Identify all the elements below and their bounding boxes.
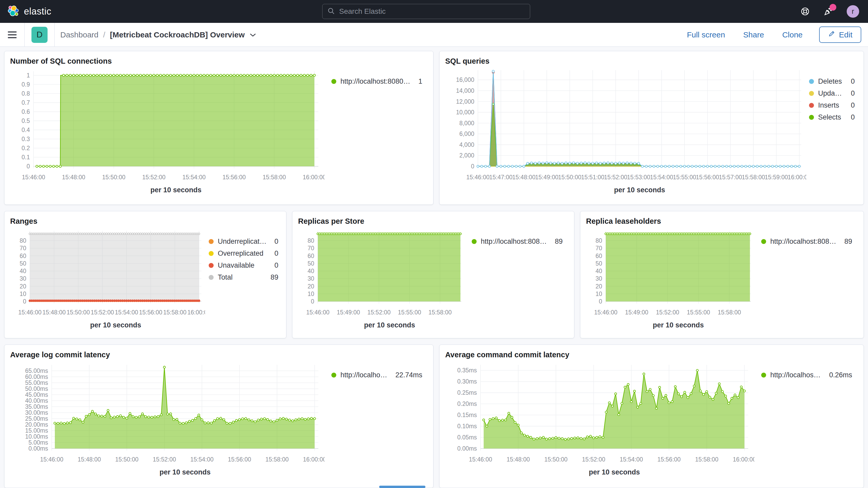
svg-text:25.00ms: 25.00ms [25, 415, 48, 422]
legend-series-dot [472, 239, 476, 244]
legend-item[interactable]: Overreplicated0 [209, 249, 278, 257]
legend-series-value: 0 [848, 78, 855, 86]
pencil-icon [828, 30, 835, 39]
legend-item[interactable]: Underreplicated0 [209, 238, 278, 246]
legend-series-label: http://localhost:8080/_stat... [340, 78, 411, 86]
legend-series-value: 0 [271, 249, 278, 257]
chart-log-commit-latency[interactable]: 15:46:0015:48:0015:50:0015:52:0015:54:00… [7, 361, 324, 481]
legend-series-dot [809, 91, 814, 96]
svg-text:0: 0 [311, 298, 314, 305]
chart-sql-connections[interactable]: 15:46:0015:48:0015:50:0015:52:0015:54:00… [7, 67, 324, 199]
legend-series-label: Overreplicated [218, 249, 264, 257]
panel-title: Average log commit latency [4, 345, 433, 361]
panel-sql-queries: SQL queries 15:46:0015:47:0015:48:0015:4… [439, 51, 864, 205]
legend-item[interactable]: Inserts0 [809, 101, 855, 110]
legend-item[interactable]: http://localhost:8080...0.26ms [761, 371, 852, 379]
svg-text:per 10 seconds: per 10 seconds [589, 468, 640, 476]
svg-text:2,000: 2,000 [459, 152, 474, 159]
svg-text:0.9: 0.9 [22, 81, 30, 88]
svg-text:65.00ms: 65.00ms [25, 367, 48, 374]
svg-text:15:52:00: 15:52:00 [656, 309, 679, 316]
svg-text:0: 0 [471, 163, 474, 170]
elastic-brand[interactable]: elastic [0, 5, 322, 18]
chevron-down-icon[interactable] [249, 30, 256, 39]
panel-title: Replica leaseholders [580, 211, 864, 227]
svg-text:15:49:00: 15:49:00 [625, 309, 648, 316]
legend-item[interactable]: http://localhost:8080/_sta...89 [761, 238, 852, 246]
svg-text:0.4: 0.4 [22, 126, 30, 133]
svg-text:15:52:00: 15:52:00 [582, 456, 605, 463]
legend-item[interactable]: http://localhost:808...22.74ms [331, 371, 422, 379]
search-input[interactable] [339, 7, 525, 16]
legend-item[interactable]: Deletes0 [809, 78, 855, 86]
user-menu-button[interactable]: r [847, 5, 859, 18]
legend-series-label: Updates [818, 89, 844, 97]
svg-text:20: 20 [595, 283, 602, 290]
legend-item[interactable]: Selects0 [809, 113, 855, 121]
legend-series-dot [209, 251, 214, 256]
svg-text:10.00ms: 10.00ms [25, 433, 48, 440]
legend-series-dot [209, 263, 214, 268]
svg-text:15:58:00: 15:58:00 [695, 456, 719, 463]
legend-item[interactable]: http://localhost:8080/_stat...1 [331, 78, 422, 86]
horizontal-scrollbar-thumb[interactable] [379, 486, 426, 488]
legend-series-dot [209, 239, 214, 244]
legend-series-value: 0 [271, 238, 278, 246]
panel-replica-leaseholders: Replica leaseholders 15:46:0015:49:0015:… [580, 211, 864, 338]
legend-series-value: 0 [848, 101, 855, 110]
search-icon [327, 7, 335, 16]
legend-series-dot [331, 373, 336, 377]
svg-text:per 10 seconds: per 10 seconds [160, 468, 211, 476]
legend-series-dot [331, 79, 336, 84]
panel-replicas-per-store: Replicas per Store 15:46:0015:49:0015:52… [292, 211, 574, 338]
breadcrumb: Dashboard / [Metricbeat CockroachDB] Ove… [55, 30, 256, 39]
svg-text:10: 10 [307, 291, 314, 297]
legend-item[interactable]: Unavailable0 [209, 262, 278, 270]
svg-text:60: 60 [20, 252, 26, 259]
svg-text:20: 20 [307, 283, 314, 290]
legend-series-value: 89 [552, 238, 563, 246]
edit-button[interactable]: Edit [819, 27, 861, 43]
share-button[interactable]: Share [742, 30, 766, 39]
legend-item[interactable]: Total89 [209, 273, 278, 281]
chart-replica-leaseholders[interactable]: 15:46:0015:49:0015:52:0015:55:0015:58:00… [583, 227, 754, 334]
full-screen-button[interactable]: Full screen [685, 30, 726, 39]
toolbar-actions: Full screen Share Clone Edit [685, 27, 868, 43]
svg-text:15:54:00: 15:54:00 [182, 174, 206, 181]
svg-text:0.00ms: 0.00ms [29, 445, 48, 452]
legend-series-label: Selects [818, 113, 841, 121]
dashboard-app-tile[interactable]: D [31, 27, 48, 43]
svg-text:15:52:00: 15:52:00 [604, 174, 627, 181]
legend-item[interactable]: http://localhost:8080/_sta...89 [472, 238, 563, 246]
legend-item[interactable]: Updates0 [809, 89, 855, 97]
brand-wordmark: elastic [24, 6, 52, 17]
chart-sql-queries[interactable]: 15:46:0015:47:0015:48:0015:49:0015:50:00… [442, 67, 806, 199]
global-search[interactable] [322, 4, 530, 19]
svg-text:15:52:00: 15:52:00 [367, 309, 391, 316]
svg-text:15:50:00: 15:50:00 [102, 174, 126, 181]
legend-series-label: http://localhost:8080... [770, 371, 822, 379]
legend-series-dot [809, 79, 814, 84]
menu-button[interactable] [0, 30, 24, 40]
breadcrumb-dashboard-link[interactable]: Dashboard [60, 30, 98, 39]
svg-text:5.00ms: 5.00ms [29, 439, 48, 446]
help-icon [800, 13, 810, 17]
svg-text:15:50:00: 15:50:00 [544, 456, 567, 463]
news-button[interactable] [823, 6, 833, 17]
panel-title: Ranges [4, 211, 286, 227]
svg-text:40: 40 [595, 268, 602, 274]
clone-button[interactable]: Clone [781, 30, 804, 39]
svg-text:15:53:00: 15:53:00 [627, 174, 650, 181]
avatar: r [847, 5, 859, 18]
chart-ranges[interactable]: 15:46:0015:48:0015:50:0015:52:0015:54:00… [7, 227, 205, 334]
svg-text:15:57:00: 15:57:00 [719, 174, 742, 181]
help-button[interactable] [800, 7, 810, 16]
svg-text:15:48:00: 15:48:00 [512, 174, 536, 181]
chart-replicas-per-store[interactable]: 15:46:0015:49:0015:52:0015:55:0015:58:00… [296, 227, 465, 334]
svg-text:12,000: 12,000 [456, 98, 474, 105]
legend-series-label: http://localhost:8080/_sta... [481, 238, 548, 246]
chart-command-commit-latency[interactable]: 15:46:0015:48:0015:50:0015:52:0015:54:00… [442, 361, 754, 481]
svg-text:15:54:00: 15:54:00 [650, 174, 673, 181]
svg-text:30.00ms: 30.00ms [25, 409, 48, 416]
panel-sql-connections: Number of SQL connections 15:46:0015:48:… [4, 51, 433, 205]
